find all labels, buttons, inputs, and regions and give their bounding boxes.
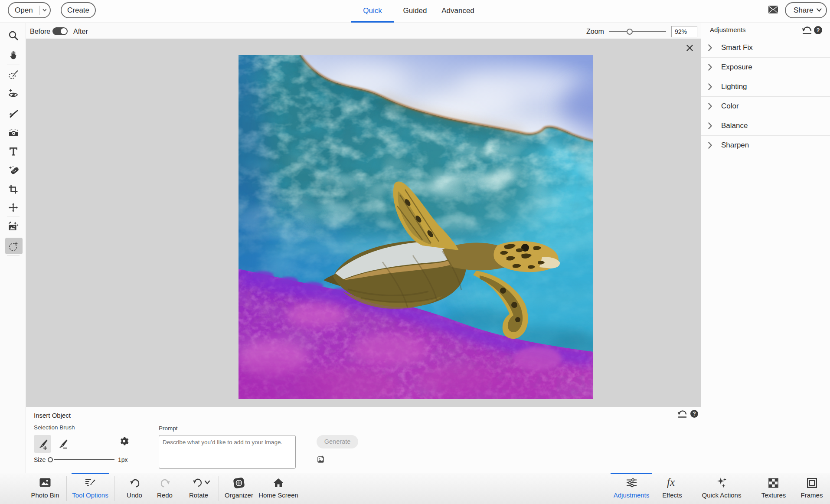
svg-text:?: ? (817, 27, 820, 33)
svg-text:?: ? (693, 411, 696, 417)
